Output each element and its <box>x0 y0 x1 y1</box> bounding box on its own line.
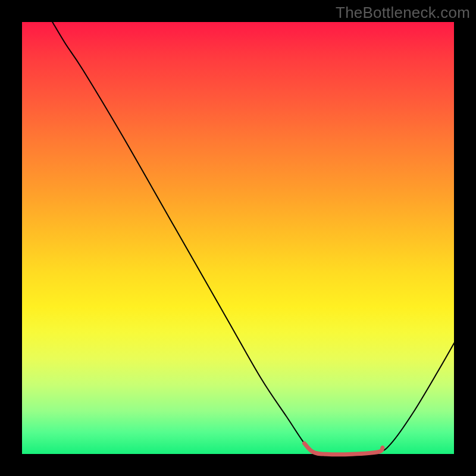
watermark-label: TheBottleneck.com <box>336 4 470 22</box>
curve-svg <box>22 22 456 456</box>
main-curve-path <box>52 22 456 455</box>
plot-area <box>21 21 455 455</box>
chart-frame: TheBottleneck.com <box>0 0 476 476</box>
flat-marker-path <box>305 443 383 455</box>
